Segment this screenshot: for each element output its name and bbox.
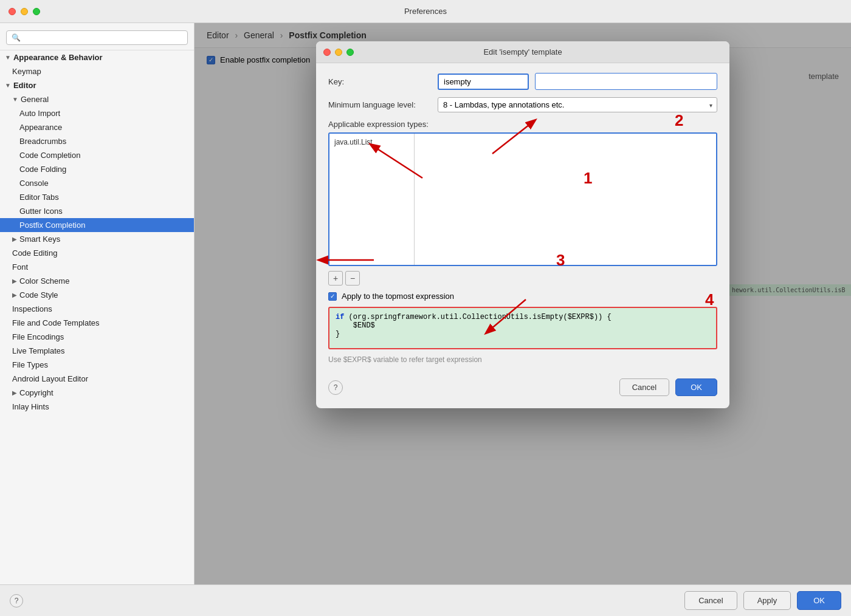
list-item[interactable]: java.util.List [329, 136, 414, 148]
sidebar-item-color-scheme[interactable]: ▶ Color Scheme [0, 274, 194, 288]
modal-titlebar: Edit 'isempty' template [316, 41, 729, 63]
min-lang-select-wrapper: 8 - Lambdas, type annotations etc. 1 - B… [438, 97, 717, 112]
bottom-apply-button[interactable]: Apply [743, 591, 791, 610]
code-line1: (org.springframework.util.CollectionUtil… [349, 313, 612, 321]
sidebar-item-font[interactable]: Font [0, 260, 194, 274]
modal-close-button[interactable] [323, 49, 331, 56]
sidebar-item-smart-keys[interactable]: ▶ Smart Keys [0, 232, 194, 246]
sidebar-item-file-encodings[interactable]: File Encodings [0, 330, 194, 344]
help-icon-bottom[interactable]: ? [10, 594, 23, 607]
modal-maximize-button[interactable] [346, 49, 354, 56]
topmost-label: Apply to the topmost expression [342, 292, 454, 301]
applicable-label: Applicable expression types: [328, 120, 717, 129]
minimize-button[interactable] [21, 8, 28, 15]
bottom-ok-button[interactable]: OK [797, 591, 841, 610]
modal-traffic-lights[interactable] [323, 49, 354, 56]
modal-footer: ? Cancel OK [328, 374, 717, 399]
sidebar-item-live-templates[interactable]: Live Templates [0, 344, 194, 358]
code-if-keyword: if [336, 313, 344, 321]
search-input[interactable] [6, 30, 188, 45]
code-template-area: if (org.springframework.util.CollectionU… [328, 307, 717, 349]
list-actions: + − [328, 271, 717, 286]
modal-overlay: Edit 'isempty' template Key: Minimum lan… [195, 23, 851, 584]
chevron-down-icon: ▼ [12, 96, 18, 103]
chevron-right-icon: ▶ [12, 389, 17, 396]
hint-text: Use $EXPR$ variable to refer target expr… [328, 355, 717, 364]
sidebar-item-code-style[interactable]: ▶ Code Style [0, 288, 194, 302]
code-line2: $END$ [336, 321, 375, 330]
sidebar-item-gutter-icons[interactable]: Gutter Icons [0, 204, 194, 218]
expression-type-list: java.util.List [329, 134, 415, 265]
chevron-down-icon: ▼ [5, 54, 11, 61]
sidebar-item-postfix-completion[interactable]: Postfix Completion [0, 218, 194, 232]
sidebar-item-keymap[interactable]: Keymap [0, 64, 194, 78]
sidebar-item-code-folding[interactable]: Code Folding [0, 162, 194, 176]
content-area: Editor › General › Postfix Completion ✓ … [195, 23, 851, 584]
sidebar-item-code-completion[interactable]: Code Completion [0, 148, 194, 162]
add-button[interactable]: + [328, 271, 343, 286]
chevron-right-icon: ▶ [12, 292, 17, 298]
applicable-right-panel [415, 134, 716, 265]
sidebar-item-android-layout-editor[interactable]: Android Layout Editor [0, 372, 194, 386]
min-lang-label: Minimum language level: [328, 100, 432, 109]
sidebar-item-file-code-templates[interactable]: File and Code Templates [0, 316, 194, 330]
sidebar-item-inlay-hints[interactable]: Inlay Hints [0, 400, 194, 414]
sidebar-item-auto-import[interactable]: Auto Import [0, 106, 194, 120]
sidebar-item-console[interactable]: Console [0, 176, 194, 190]
sidebar-item-appearance-behavior[interactable]: ▼ Appearance & Behavior [0, 50, 194, 64]
topmost-checkbox[interactable]: ✓ [328, 292, 337, 301]
chevron-down-icon: ▼ [5, 82, 11, 89]
sidebar: ▼ Appearance & Behavior Keymap ▼ Editor … [0, 23, 195, 584]
applicable-area: java.util.List [328, 132, 717, 266]
sidebar-item-inspections[interactable]: Inspections [0, 302, 194, 316]
modal-footer-buttons: Cancel OK [619, 378, 717, 396]
sidebar-item-editor-tabs[interactable]: Editor Tabs [0, 190, 194, 204]
bottom-bar: ? Cancel Apply OK [0, 584, 851, 616]
modal-cancel-button[interactable]: Cancel [619, 378, 669, 396]
search-bar [0, 26, 194, 50]
key-label: Key: [328, 77, 432, 86]
topmost-row: ✓ Apply to the topmost expression [328, 292, 717, 301]
traffic-lights[interactable] [9, 8, 40, 15]
chevron-right-icon: ▶ [12, 236, 17, 242]
sidebar-item-appearance[interactable]: Appearance [0, 120, 194, 134]
modal-minimize-button[interactable] [335, 49, 342, 56]
sidebar-item-copyright[interactable]: ▶ Copyright [0, 386, 194, 400]
help-button[interactable]: ? [328, 380, 343, 395]
modal-title: Edit 'isempty' template [483, 47, 562, 56]
min-lang-row: Minimum language level: 8 - Lambdas, typ… [328, 97, 717, 112]
modal-body: Key: Minimum language level: 8 - Lambdas… [316, 63, 729, 408]
bottom-buttons: Cancel Apply OK [684, 591, 841, 610]
code-line3: } [336, 330, 340, 338]
key-row: Key: [328, 73, 717, 90]
chevron-right-icon: ▶ [12, 278, 17, 284]
main-layout: ▼ Appearance & Behavior Keymap ▼ Editor … [0, 23, 851, 584]
sidebar-item-breadcrumbs[interactable]: Breadcrumbs [0, 134, 194, 148]
edit-template-modal: Edit 'isempty' template Key: Minimum lan… [316, 41, 729, 408]
sidebar-item-code-editing[interactable]: Code Editing [0, 246, 194, 260]
remove-button[interactable]: − [345, 271, 360, 286]
key-input[interactable] [438, 74, 529, 90]
maximize-button[interactable] [33, 8, 40, 15]
sidebar-item-file-types[interactable]: File Types [0, 358, 194, 372]
modal-ok-button[interactable]: OK [675, 378, 717, 396]
title-bar: Preferences [0, 0, 851, 23]
bottom-cancel-button[interactable]: Cancel [684, 591, 737, 610]
sidebar-item-general[interactable]: ▼ General [0, 92, 194, 106]
min-lang-select[interactable]: 8 - Lambdas, type annotations etc. 1 - B… [438, 97, 717, 112]
window-title: Preferences [404, 7, 447, 16]
key-description-input[interactable] [535, 73, 717, 90]
close-button[interactable] [9, 8, 16, 15]
sidebar-item-editor[interactable]: ▼ Editor [0, 78, 194, 92]
